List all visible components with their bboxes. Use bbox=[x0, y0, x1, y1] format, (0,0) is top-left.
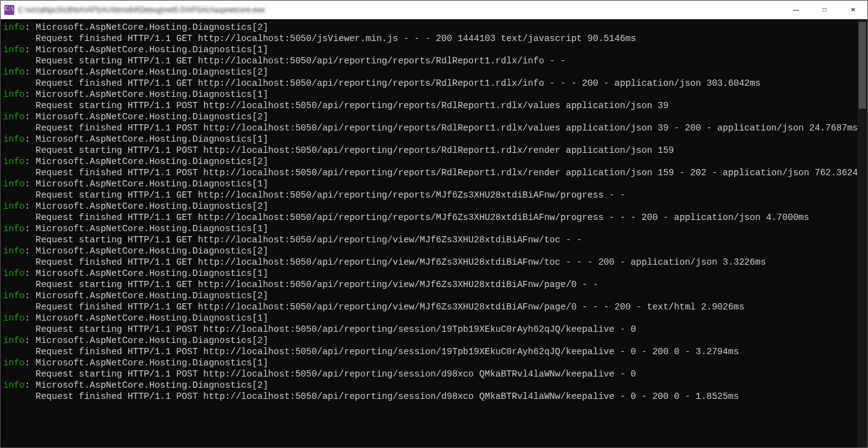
log-message-line: Request finished HTTP/1.1 POST http://lo… bbox=[3, 391, 867, 402]
log-source: : Microsoft.AspNetCore.Hosting.Diagnosti… bbox=[25, 157, 269, 167]
log-level: info bbox=[3, 134, 25, 144]
log-header-line: info: Microsoft.AspNetCore.Hosting.Diagn… bbox=[3, 22, 867, 33]
console-output[interactable]: info: Microsoft.AspNetCore.Hosting.Diagn… bbox=[1, 19, 867, 447]
log-header-line: info: Microsoft.AspNetCore.Hosting.Diagn… bbox=[3, 111, 867, 122]
close-button[interactable]: ✕ bbox=[839, 1, 867, 19]
log-header-line: info: Microsoft.AspNetCore.Hosting.Diagn… bbox=[3, 268, 867, 279]
log-level: info bbox=[3, 313, 25, 323]
log-header-line: info: Microsoft.AspNetCore.Hosting.Diagn… bbox=[3, 223, 867, 234]
log-message-line: Request finished HTTP/1.1 GET http://loc… bbox=[3, 301, 867, 313]
log-message-line: Request starting HTTP/1.1 GET http://loc… bbox=[3, 234, 867, 245]
console-window: C:\src\aNpcS\cB\bA\APSAU\bin\x64\Debug\n… bbox=[0, 0, 868, 448]
log-header-line: info: Microsoft.AspNetCore.Hosting.Diagn… bbox=[3, 335, 867, 346]
log-message-line: Request finished HTTP/1.1 GET http://loc… bbox=[3, 212, 867, 223]
window-controls: — □ ✕ bbox=[782, 1, 867, 19]
log-level: info bbox=[3, 45, 25, 55]
log-source: : Microsoft.AspNetCore.Hosting.Diagnosti… bbox=[25, 201, 269, 211]
log-header-line: info: Microsoft.AspNetCore.Hosting.Diagn… bbox=[3, 134, 867, 145]
log-source: : Microsoft.AspNetCore.Hosting.Diagnosti… bbox=[25, 22, 269, 32]
log-level: info bbox=[3, 67, 25, 77]
log-header-line: info: Microsoft.AspNetCore.Hosting.Diagn… bbox=[3, 290, 867, 301]
log-source: : Microsoft.AspNetCore.Hosting.Diagnosti… bbox=[25, 134, 269, 144]
titlebar-left: C:\src\aNpcS\cB\bA\APSAU\bin\x64\Debug\n… bbox=[4, 5, 265, 15]
log-message-line: Request finished HTTP/1.1 POST http://lo… bbox=[3, 122, 867, 134]
titlebar[interactable]: C:\src\aNpcS\cB\bA\APSAU\bin\x64\Debug\n… bbox=[1, 1, 867, 19]
log-source: : Microsoft.AspNetCore.Hosting.Diagnosti… bbox=[25, 268, 269, 278]
log-message-line: Request finished HTTP/1.1 GET http://loc… bbox=[3, 78, 867, 89]
scrollbar-track[interactable] bbox=[857, 19, 867, 447]
log-header-line: info: Microsoft.AspNetCore.Hosting.Diagn… bbox=[3, 380, 867, 391]
maximize-button[interactable]: □ bbox=[810, 1, 839, 19]
terminal-icon bbox=[4, 5, 14, 15]
log-source: : Microsoft.AspNetCore.Hosting.Diagnosti… bbox=[25, 246, 269, 256]
log-header-line: info: Microsoft.AspNetCore.Hosting.Diagn… bbox=[3, 66, 867, 78]
log-message-line: Request finished HTTP/1.1 GET http://loc… bbox=[3, 33, 867, 44]
log-message-line: Request starting HTTP/1.1 POST http://lo… bbox=[3, 145, 867, 156]
window-title: C:\src\aNpcS\cB\bA\APSAU\bin\x64\Debug\n… bbox=[18, 6, 265, 14]
log-level: info bbox=[3, 291, 25, 301]
log-source: : Microsoft.AspNetCore.Hosting.Diagnosti… bbox=[25, 89, 269, 99]
log-level: info bbox=[3, 157, 25, 167]
log-level: info bbox=[3, 336, 25, 345]
log-level: info bbox=[3, 22, 25, 32]
log-level: info bbox=[3, 201, 25, 211]
log-header-line: info: Microsoft.AspNetCore.Hosting.Diagn… bbox=[3, 313, 867, 324]
log-source: : Microsoft.AspNetCore.Hosting.Diagnosti… bbox=[25, 67, 269, 77]
log-source: : Microsoft.AspNetCore.Hosting.Diagnosti… bbox=[25, 45, 269, 55]
log-source: : Microsoft.AspNetCore.Hosting.Diagnosti… bbox=[25, 313, 269, 323]
log-header-line: info: Microsoft.AspNetCore.Hosting.Diagn… bbox=[3, 89, 867, 100]
log-header-line: info: Microsoft.AspNetCore.Hosting.Diagn… bbox=[3, 44, 867, 55]
log-source: : Microsoft.AspNetCore.Hosting.Diagnosti… bbox=[25, 358, 269, 368]
log-message-line: Request starting HTTP/1.1 POST http://lo… bbox=[3, 100, 867, 111]
log-level: info bbox=[3, 380, 25, 390]
scrollbar-thumb[interactable] bbox=[859, 22, 866, 109]
log-level: info bbox=[3, 89, 25, 99]
log-level: info bbox=[3, 268, 25, 278]
log-source: : Microsoft.AspNetCore.Hosting.Diagnosti… bbox=[25, 179, 269, 189]
log-source: : Microsoft.AspNetCore.Hosting.Diagnosti… bbox=[25, 336, 269, 345]
log-source: : Microsoft.AspNetCore.Hosting.Diagnosti… bbox=[25, 291, 269, 301]
log-level: info bbox=[3, 179, 25, 189]
log-header-line: info: Microsoft.AspNetCore.Hosting.Diagn… bbox=[3, 357, 867, 368]
log-message-line: Request finished HTTP/1.1 POST http://lo… bbox=[3, 346, 867, 357]
log-message-line: Request starting HTTP/1.1 GET http://loc… bbox=[3, 279, 867, 290]
log-header-line: info: Microsoft.AspNetCore.Hosting.Diagn… bbox=[3, 245, 867, 257]
log-level: info bbox=[3, 224, 25, 234]
log-message-line: Request starting HTTP/1.1 GET http://loc… bbox=[3, 190, 867, 201]
log-source: : Microsoft.AspNetCore.Hosting.Diagnosti… bbox=[25, 112, 269, 122]
log-source: : Microsoft.AspNetCore.Hosting.Diagnosti… bbox=[25, 380, 269, 390]
log-header-line: info: Microsoft.AspNetCore.Hosting.Diagn… bbox=[3, 178, 867, 190]
log-header-line: info: Microsoft.AspNetCore.Hosting.Diagn… bbox=[3, 201, 867, 212]
minimize-button[interactable]: — bbox=[782, 1, 810, 19]
log-message-line: Request starting HTTP/1.1 POST http://lo… bbox=[3, 324, 867, 335]
log-level: info bbox=[3, 246, 25, 256]
log-message-line: Request finished HTTP/1.1 GET http://loc… bbox=[3, 257, 867, 268]
log-message-line: Request starting HTTP/1.1 GET http://loc… bbox=[3, 55, 867, 66]
log-message-line: Request starting HTTP/1.1 POST http://lo… bbox=[3, 368, 867, 380]
log-level: info bbox=[3, 358, 25, 368]
log-level: info bbox=[3, 112, 25, 122]
log-source: : Microsoft.AspNetCore.Hosting.Diagnosti… bbox=[25, 224, 269, 234]
log-message-line: Request finished HTTP/1.1 POST http://lo… bbox=[3, 167, 867, 178]
log-header-line: info: Microsoft.AspNetCore.Hosting.Diagn… bbox=[3, 156, 867, 167]
